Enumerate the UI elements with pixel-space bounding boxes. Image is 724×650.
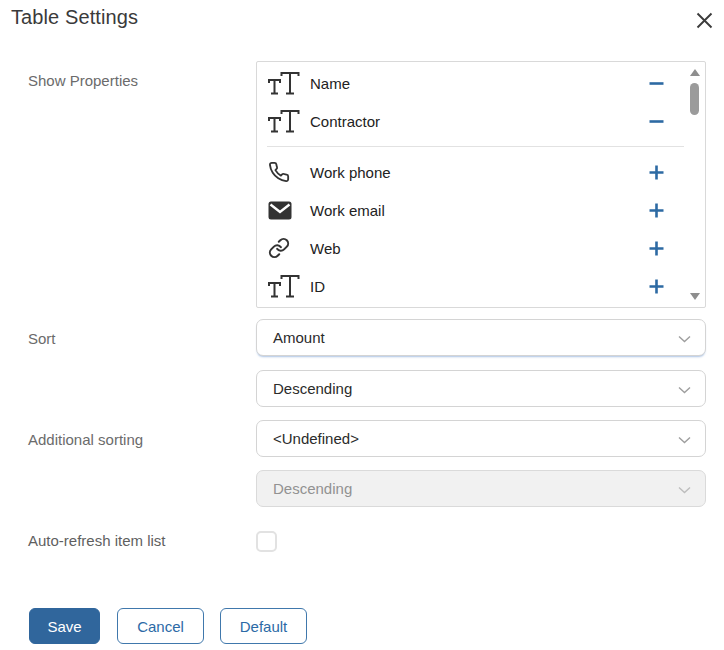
property-label: ID: [310, 278, 325, 295]
property-row: Work phone: [259, 153, 688, 191]
sort-direction-value: Descending: [273, 380, 352, 397]
email-icon: [268, 201, 310, 220]
additional-sort-direction-value: Descending: [273, 480, 352, 497]
additional-sort-field-select[interactable]: <Undefined>: [256, 420, 706, 457]
add-property-button[interactable]: [647, 239, 666, 258]
scroll-up-arrow-icon[interactable]: [690, 69, 700, 76]
sort-direction-select[interactable]: Descending: [256, 370, 706, 407]
property-label: Web: [310, 240, 341, 257]
default-button[interactable]: Default: [220, 608, 307, 644]
property-row: Web: [259, 229, 688, 267]
dialog-title: Table Settings: [11, 6, 138, 29]
additional-sorting-label: Additional sorting: [28, 431, 143, 449]
scrollbar-thumb[interactable]: [690, 83, 699, 115]
sort-label: Sort: [28, 330, 56, 348]
property-label: Work email: [310, 202, 385, 219]
property-label: Work phone: [310, 164, 391, 181]
add-property-button[interactable]: [647, 163, 666, 182]
sort-field-select[interactable]: Amount: [256, 319, 706, 356]
chevron-down-icon: [678, 386, 691, 394]
text-type-icon: [268, 273, 310, 299]
scroll-down-arrow-icon[interactable]: [690, 293, 700, 300]
list-divider: [267, 146, 684, 147]
property-row: Name: [259, 64, 688, 102]
add-property-button[interactable]: [647, 201, 666, 220]
show-properties-label: Show Properties: [28, 72, 138, 90]
add-property-button[interactable]: [647, 277, 666, 296]
list-scrollbar[interactable]: [688, 64, 702, 305]
cancel-button[interactable]: Cancel: [117, 608, 204, 644]
property-label: Contractor: [310, 113, 380, 130]
link-icon: [268, 237, 310, 259]
show-properties-list[interactable]: NameContractorWork phoneWork emailWebID: [256, 61, 706, 308]
property-label: Name: [310, 75, 350, 92]
additional-sort-field-value: <Undefined>: [273, 430, 359, 447]
remove-property-button[interactable]: [647, 112, 666, 131]
text-type-icon: [268, 70, 310, 96]
chevron-down-icon: [678, 436, 691, 444]
close-button[interactable]: [693, 9, 715, 31]
text-type-icon: [268, 108, 310, 134]
phone-icon: [268, 161, 310, 183]
property-row: ID: [259, 267, 688, 305]
close-icon: [695, 11, 714, 30]
property-row: Contractor: [259, 102, 688, 140]
auto-refresh-checkbox[interactable]: [256, 531, 277, 552]
property-row: Work email: [259, 191, 688, 229]
chevron-down-icon: [678, 486, 691, 494]
remove-property-button[interactable]: [647, 74, 666, 93]
sort-field-value: Amount: [273, 329, 325, 346]
chevron-down-icon: [678, 335, 691, 343]
save-button[interactable]: Save: [29, 608, 100, 644]
auto-refresh-label: Auto-refresh item list: [28, 532, 166, 550]
additional-sort-direction-select: Descending: [256, 470, 706, 507]
